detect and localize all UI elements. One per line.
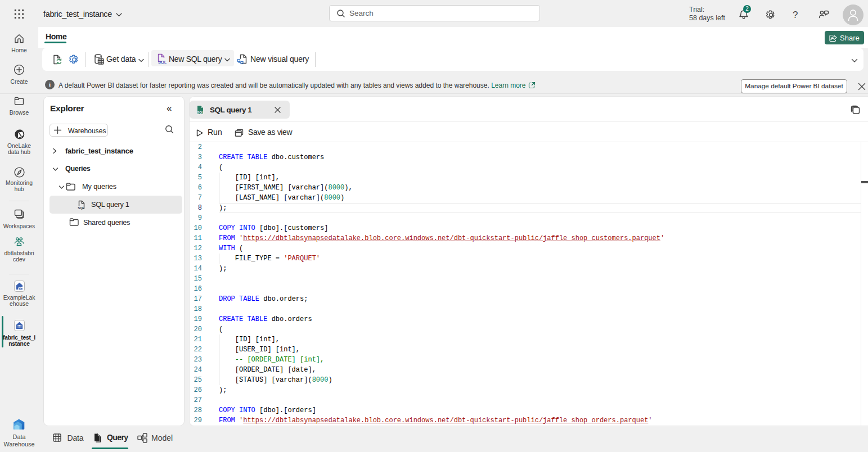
svg-text:SQL: SQL — [78, 206, 85, 210]
svg-text:SQL: SQL — [158, 60, 167, 65]
svg-text:SQL: SQL — [197, 111, 204, 114]
